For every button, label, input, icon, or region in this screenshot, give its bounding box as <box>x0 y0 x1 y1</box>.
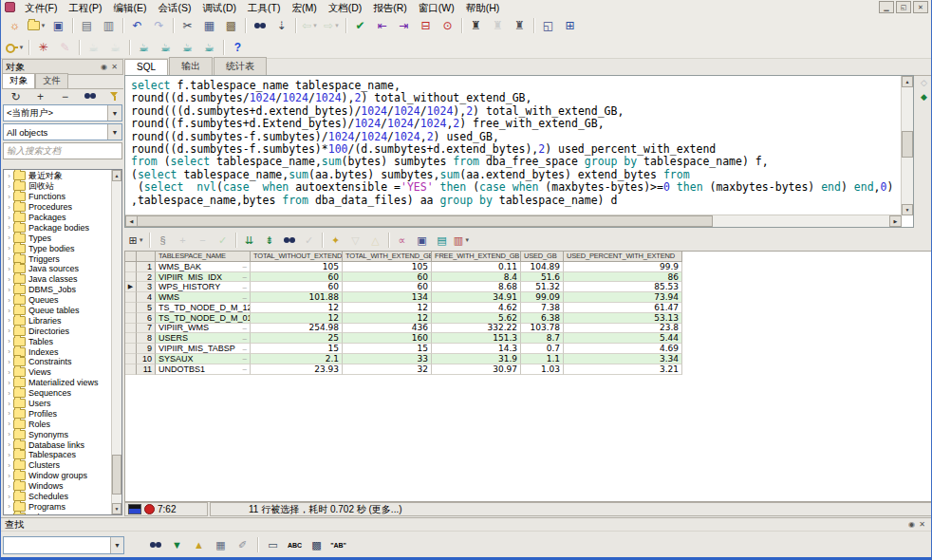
table-cell[interactable]: 101.88 <box>251 292 343 303</box>
expand-chevron-icon[interactable]: › <box>5 327 13 335</box>
table-cell[interactable]: 1.1 <box>521 354 564 364</box>
fetch-all-button[interactable]: ⇟ <box>259 231 279 250</box>
chevron-down-icon[interactable]: ▼ <box>464 237 470 243</box>
find-button[interactable] <box>249 16 270 36</box>
find-next-button[interactable]: ⇣ <box>270 16 292 36</box>
expand-chevron-icon[interactable]: › <box>5 513 13 515</box>
column-header[interactable]: USED_PERCENT_WITH_EXTEND <box>564 252 682 262</box>
scrollbar-thumb[interactable] <box>902 131 913 158</box>
find-in-results-button[interactable] <box>279 231 299 250</box>
goto-object-button[interactable]: + <box>29 86 51 106</box>
table-cell[interactable]: 3.21 <box>564 364 682 375</box>
table-cell[interactable]: 85.53 <box>564 282 682 292</box>
delete-breakpoint-button[interactable]: ⊙ <box>437 16 458 36</box>
editor-horizontal-scrollbar[interactable]: ◀ ▶ <box>125 215 902 227</box>
table-row[interactable]: 7VIPIIR_WMS–254.98436332.22103.7823.8 <box>125 324 682 334</box>
table-cell[interactable]: 105 <box>343 262 432 272</box>
table-cell[interactable]: 6.38 <box>521 313 564 324</box>
restore-button[interactable]: ◱ <box>896 1 911 13</box>
row-marker[interactable] <box>125 364 137 375</box>
table-cell[interactable]: USERS– <box>156 333 251 344</box>
row-marker[interactable] <box>125 313 137 324</box>
next-spot-button[interactable]: ⇥ <box>393 16 415 36</box>
logon-button[interactable]: ▼ <box>4 38 26 58</box>
menu-session[interactable]: 会话(S) <box>152 2 196 13</box>
expand-chevron-icon[interactable]: › <box>5 502 13 511</box>
save-button[interactable]: ▣ <box>47 16 69 36</box>
tab-输出[interactable]: 输出 <box>169 57 213 75</box>
table-cell[interactable]: 134 <box>343 292 432 303</box>
clear-highlight-button[interactable]: ✐ <box>233 536 252 554</box>
table-cell[interactable]: SYSAUX– <box>156 354 251 364</box>
row-marker[interactable] <box>125 354 137 364</box>
table-cell[interactable]: 53.13 <box>564 313 682 324</box>
table-cell[interactable]: 60 <box>251 282 343 292</box>
expand-chevron-icon[interactable]: › <box>5 493 13 501</box>
expand-chevron-icon[interactable]: › <box>5 440 13 449</box>
tree-scrollbar[interactable]: ▲ ▼ <box>111 170 121 514</box>
table-cell[interactable]: 3.34 <box>564 354 682 364</box>
scroll-up-icon[interactable]: ▲ <box>902 76 913 87</box>
table-cell[interactable]: VIPIIR_MIS_TABSP– <box>156 344 251 354</box>
help-button[interactable]: ? <box>227 38 249 58</box>
find-next-button[interactable]: ▼ <box>167 536 187 554</box>
table-row[interactable]: 6TS_TD_NODE_D_M_01–12125.626.3853.13 <box>125 313 682 324</box>
table-cell[interactable]: VIPIIR_WMS– <box>156 324 251 334</box>
table-row[interactable]: 11UNDOTBS1–23.933230.971.033.21 <box>125 364 682 375</box>
expand-chevron-icon[interactable]: › <box>5 275 13 284</box>
commit-button[interactable]: ♜ <box>465 16 487 36</box>
row-number[interactable]: 2 <box>137 272 156 283</box>
search-in-window-button[interactable]: ▭ <box>263 536 283 554</box>
expand-chevron-icon[interactable]: › <box>5 244 13 252</box>
expand-chevron-icon[interactable]: › <box>5 347 13 356</box>
scrollbar-thumb[interactable] <box>137 215 713 227</box>
match-case-button[interactable]: "AB" <box>328 536 348 554</box>
print-results-button[interactable]: ▤ <box>432 231 452 250</box>
table-cell[interactable]: TS_TD_NODE_D_M_12– <box>156 303 251 313</box>
menu-document[interactable]: 文档(D) <box>323 2 368 13</box>
row-number[interactable]: 6 <box>137 313 156 324</box>
table-cell[interactable]: 1.03 <box>521 364 564 375</box>
table-cell[interactable]: 23.93 <box>251 364 343 375</box>
table-cell[interactable]: 51.6 <box>521 272 564 283</box>
print-preview-button[interactable]: ▥ <box>98 16 120 36</box>
table-cell[interactable]: 12 <box>343 313 432 324</box>
use-marker-button[interactable]: ▩ <box>307 536 326 554</box>
tile-windows-button[interactable]: ⊞ <box>559 16 581 36</box>
expand-chevron-icon[interactable]: › <box>5 214 13 222</box>
expand-chevron-icon[interactable]: › <box>5 368 13 377</box>
table-cell[interactable]: 99.09 <box>521 292 564 303</box>
filter-button[interactable] <box>103 86 125 106</box>
sql-code[interactable]: select f.tablespace_name tablespace_name… <box>131 80 900 214</box>
chevron-down-icon[interactable]: ▼ <box>139 237 144 243</box>
expand-chevron-icon[interactable]: › <box>5 316 13 325</box>
table-cell[interactable]: 105 <box>251 262 343 272</box>
close-icon[interactable]: ✕ <box>109 62 120 72</box>
table-cell[interactable]: 2.1 <box>251 354 343 364</box>
mark-all-button[interactable]: ▦ <box>211 536 231 554</box>
cut-button[interactable]: ✂ <box>177 16 198 36</box>
table-cell[interactable]: 8.68 <box>432 282 521 292</box>
table-cell[interactable]: 51.32 <box>521 282 564 292</box>
table-row[interactable]: 4WMS–101.8813434.9199.0973.94 <box>125 292 682 303</box>
row-number[interactable]: 8 <box>137 333 156 344</box>
user-scope-select[interactable]: <当前用户> ▼ <box>3 104 122 121</box>
table-cell[interactable]: 5.44 <box>564 333 682 344</box>
table-cell[interactable]: 34.91 <box>432 292 521 303</box>
row-number[interactable]: 7 <box>137 324 156 334</box>
row-marker[interactable] <box>125 344 137 354</box>
expand-chevron-icon[interactable]: › <box>5 193 13 201</box>
row-number[interactable]: 9 <box>137 344 156 354</box>
new-report-window-button[interactable]: ☕ <box>177 38 198 58</box>
scroll-up-icon[interactable]: ▲ <box>112 170 121 181</box>
row-number[interactable]: 10 <box>137 354 156 364</box>
linked-query-button[interactable]: ∝ <box>392 231 412 250</box>
menu-window[interactable]: 窗口(W) <box>413 2 460 13</box>
row-number[interactable]: 11 <box>137 364 156 375</box>
object-search-input[interactable]: 输入搜索文档 <box>3 142 122 159</box>
cascade-windows-button[interactable]: ◱ <box>537 16 559 36</box>
chevron-down-icon[interactable]: ▼ <box>312 23 318 28</box>
save-results-button[interactable]: ▣ <box>412 231 432 250</box>
new-explain-plan-window-button[interactable]: ☕ <box>198 38 220 58</box>
table-cell[interactable]: 254.98 <box>251 324 343 334</box>
